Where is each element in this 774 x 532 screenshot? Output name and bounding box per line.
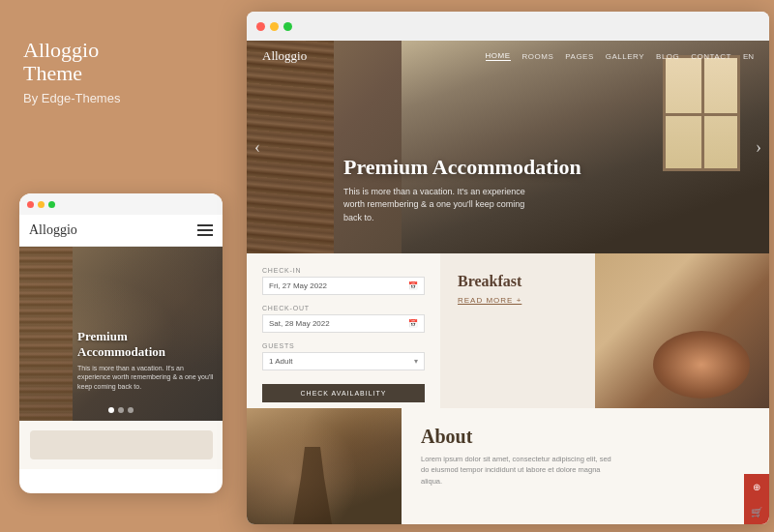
- slider-arrow-right[interactable]: ›: [756, 137, 761, 158]
- mobile-mockup: Alloggio Premium Accommodation This is m…: [19, 193, 223, 493]
- hero-main-title: Premium Accommodation: [343, 155, 581, 180]
- nav-link-contact[interactable]: CONTACT: [691, 52, 731, 61]
- browser-dot-green: [283, 22, 292, 31]
- browser-dot-yellow: [270, 22, 279, 31]
- about-section: About Lorem ipsum dolor sit amet, consec…: [402, 408, 769, 524]
- browser-panel: Alloggio HOME ROOMS PAGES GALLERY BLOG C…: [247, 12, 769, 524]
- nav-link-blog[interactable]: BLOG: [656, 52, 679, 61]
- bowl-shape: [653, 331, 750, 399]
- mobile-bottom-content: [30, 430, 213, 459]
- red-icons-panel: ⊕ 🛒: [744, 474, 769, 524]
- browser-top-bar: [247, 12, 769, 41]
- nav-link-rooms[interactable]: ROOMS: [522, 52, 554, 61]
- slide-dot-2[interactable]: [118, 407, 124, 413]
- slider-arrow-left[interactable]: ‹: [254, 137, 260, 158]
- mobile-hero-title: Premium Accommodation: [77, 329, 215, 359]
- red-icon-search[interactable]: ⊕: [744, 474, 769, 499]
- checkout-field: CHECK-OUT Sat, 28 May 2022 📅: [262, 305, 425, 333]
- guests-select[interactable]: 1 Adult ▾: [262, 352, 425, 370]
- mobile-dot-green: [48, 201, 55, 208]
- mobile-hero-subtitle: This is more than a vacation. It's an ex…: [77, 364, 215, 392]
- checkin-field: CHECK-IN Fri, 27 May 2022 📅: [262, 267, 425, 295]
- mobile-slide-dots: [108, 407, 134, 413]
- hero-text-content: Premium Accommodation This is more than …: [343, 155, 581, 225]
- left-panel: Alloggio Theme By Edge-Themes Alloggio P…: [0, 0, 240, 532]
- mobile-logo: Alloggio: [29, 222, 77, 238]
- mobile-dot-red: [27, 201, 34, 208]
- breakfast-card: Breakfast READ MORE +: [440, 253, 769, 408]
- breakfast-title: Breakfast: [458, 273, 752, 290]
- checkout-input[interactable]: Sat, 28 May 2022 📅: [262, 314, 425, 333]
- bottom-left-image: [247, 408, 402, 524]
- calendar-icon: 📅: [408, 281, 418, 290]
- mobile-nav: Alloggio: [19, 215, 223, 247]
- calendar-icon-2: 📅: [408, 319, 418, 328]
- checkin-label: CHECK-IN: [262, 267, 425, 274]
- guests-label: GUESTS: [262, 342, 425, 349]
- mobile-top-bar: [19, 193, 223, 215]
- checkout-label: CHECK-OUT: [262, 305, 425, 311]
- hero-subtitle: This is more than a vacation. It's an ex…: [343, 186, 537, 225]
- check-availability-button[interactable]: CHECK AVAILABILITY: [262, 384, 425, 402]
- slide-dot-1[interactable]: [108, 407, 114, 413]
- slide-dot-3[interactable]: [128, 407, 134, 413]
- mobile-dot-yellow: [38, 201, 45, 208]
- site-nav-links: HOME ROOMS PAGES GALLERY BLOG CONTACT EN: [486, 51, 754, 61]
- theme-author: By Edge-Themes: [23, 91, 217, 105]
- mobile-bottom-strip: [19, 421, 223, 469]
- site-navbar: Alloggio HOME ROOMS PAGES GALLERY BLOG C…: [247, 41, 769, 72]
- breakfast-read-more-link[interactable]: READ MORE +: [458, 296, 752, 305]
- mobile-hero: Premium Accommodation This is more than …: [19, 247, 223, 421]
- browser-dot-red: [256, 22, 265, 31]
- hero-window: [663, 55, 740, 171]
- red-icon-cart[interactable]: 🛒: [744, 499, 769, 524]
- hamburger-icon[interactable]: [197, 224, 213, 236]
- search-icon: ⊕: [753, 482, 760, 492]
- nav-link-gallery[interactable]: GALLERY: [606, 52, 644, 61]
- chevron-down-icon: ▾: [414, 357, 418, 366]
- booking-form: CHECK-IN Fri, 27 May 2022 📅 CHECK-OUT Sa…: [247, 253, 440, 408]
- about-text: Lorem ipsum dolor sit amet, consectetur …: [421, 454, 614, 487]
- nav-link-home[interactable]: HOME: [486, 51, 511, 61]
- mobile-hero-content: Premium Accommodation This is more than …: [77, 329, 215, 392]
- booking-section: CHECK-IN Fri, 27 May 2022 📅 CHECK-OUT Sa…: [247, 253, 769, 408]
- checkin-input[interactable]: Fri, 27 May 2022 📅: [262, 277, 425, 295]
- nav-link-pages[interactable]: PAGES: [565, 52, 593, 61]
- theme-title-block: Alloggio Theme By Edge-Themes: [23, 39, 217, 105]
- mobile-firewood: [19, 247, 73, 421]
- guests-field: GUESTS 1 Adult ▾: [262, 342, 425, 370]
- theme-title: Alloggio Theme: [23, 39, 217, 85]
- site-hero: Alloggio HOME ROOMS PAGES GALLERY BLOG C…: [247, 41, 769, 253]
- site-logo: Alloggio: [262, 48, 307, 64]
- bottom-section: About Lorem ipsum dolor sit amet, consec…: [247, 408, 769, 524]
- cart-icon: 🛒: [751, 507, 762, 517]
- nav-lang[interactable]: EN: [743, 52, 754, 61]
- about-title: About: [421, 426, 750, 448]
